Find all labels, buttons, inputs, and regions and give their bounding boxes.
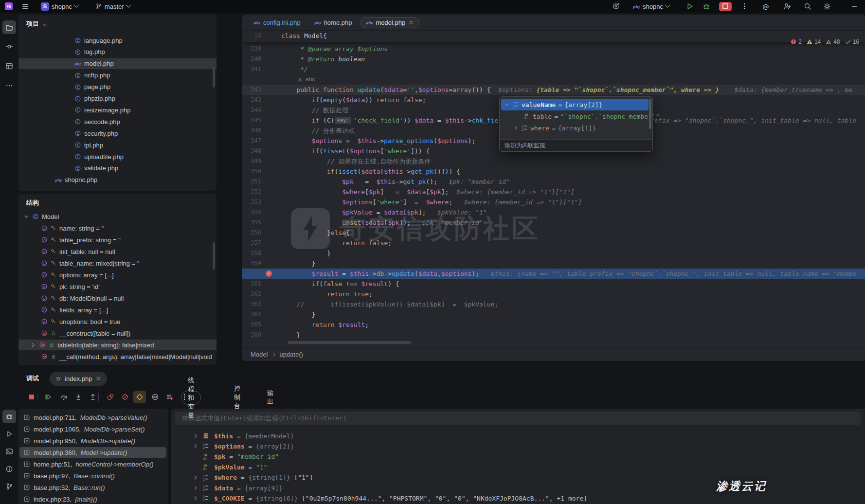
variable-row[interactable]: 1001$pk = "member_id" <box>171 452 865 462</box>
view-options-button[interactable] <box>149 391 162 403</box>
variable-row[interactable]: 12$options = {array[2]} <box>171 441 865 451</box>
project-panel-header[interactable]: 项目 <box>26 19 47 28</box>
structure-property[interactable]: pdb: ModelDb|null = null <box>18 293 216 304</box>
structure-property[interactable]: ppk: string = 'id' <box>18 281 216 292</box>
structure-class-model[interactable]: CModel <box>18 211 216 222</box>
evaluate-expression-input[interactable]: 对表达式求值(Enter)或添加监视(Ctrl+Shift+Enter) <box>175 412 861 425</box>
code-line[interactable]: 366 } <box>242 330 865 340</box>
code-with-me-button[interactable] <box>783 0 791 13</box>
editor[interactable]: phpconfig.ini.phpphphome.phpphpmodel.php… <box>242 15 865 361</box>
expand-icon[interactable] <box>193 443 198 449</box>
step-out-button[interactable] <box>87 391 99 403</box>
code-line[interactable]: 342 public function update($data='',$opt… <box>242 85 865 95</box>
code-area[interactable]: 339 * @param array $options340 * @return… <box>242 15 865 361</box>
gutter-line-number[interactable]: 343 <box>242 95 261 105</box>
code-line[interactable]: 353 $options['where'] = $where; $where: … <box>242 197 865 207</box>
popup-scrollbar[interactable] <box>649 99 651 129</box>
project-file-resizeimage[interactable]: Cresizeimage.php <box>18 105 216 115</box>
branch-widget[interactable]: master <box>95 0 130 13</box>
structure-method[interactable]: m__construct([table = null]) <box>18 328 216 339</box>
popup-variable-row[interactable]: 12valueName = {array[2]} <box>501 99 649 110</box>
add-watch-button[interactable] <box>163 391 176 403</box>
stack-frame[interactable]: index.php:23, {main}() <box>19 494 166 504</box>
structure-property[interactable]: ptable_prefix: string = '' <box>18 234 216 245</box>
code-line[interactable]: 350 if(isset($data[$this->get_pk()])) { <box>242 166 865 177</box>
code-line[interactable]: 352 $where[$pk] = $data[$pk]; $where: {m… <box>242 187 865 197</box>
project-file-model[interactable]: phpmodel.php <box>18 58 216 69</box>
gutter-line-number[interactable]: 359 <box>242 258 261 269</box>
debug-tool-button[interactable] <box>2 410 16 423</box>
popup-variable-row[interactable]: 1001table = "`shopnc`.`shopnc_member`" <box>501 110 649 122</box>
gutter-line-number[interactable]: 357 <box>242 238 261 248</box>
code-line[interactable]: 364 } <box>242 309 865 320</box>
code-line[interactable]: 357 return false; <box>242 238 865 248</box>
code-line[interactable]: 363 // if(isset($pkValue)) $data[$pk] = … <box>242 299 865 309</box>
project-file-seccode[interactable]: Cseccode.php <box>18 116 216 127</box>
code-line[interactable]: 359 } <box>242 258 865 269</box>
gutter-line-number[interactable]: 355 <box>242 217 261 228</box>
run-tool-button[interactable] <box>2 427 16 441</box>
variable-row[interactable]: 1001$pkValue = "1" <box>171 462 865 472</box>
mute-breakpoints-button[interactable] <box>119 391 131 403</box>
run-config-widget[interactable]: php shopnc <box>632 0 669 13</box>
popup-variable-row[interactable]: 12where = {array[1]} <box>501 122 649 134</box>
stack-frame[interactable]: model.php:1065, ModelDb->parseSet() <box>19 424 166 434</box>
breadcrumb-method[interactable]: update() <box>279 351 303 358</box>
code-line[interactable]: 365 return $result; <box>242 320 865 330</box>
close-icon[interactable] <box>95 376 101 381</box>
structure-property[interactable]: pfields: array = [...] <box>18 305 216 315</box>
gutter-line-number[interactable]: 346 <box>242 126 261 136</box>
code-line[interactable]: ✓ $result = $this->db->update($data,$opt… <box>242 269 865 279</box>
problems-tool-button[interactable] <box>2 462 16 476</box>
search-everywhere-button[interactable] <box>804 0 811 13</box>
step-over-button[interactable] <box>57 391 70 403</box>
gutter-line-number[interactable]: 365 <box>242 320 261 330</box>
code-line[interactable]: 351 $pk = $this->get_pk(); $pk: "member_… <box>242 177 865 187</box>
project-file-shopnc[interactable]: phpshopnc.php <box>18 175 216 185</box>
add-inline-watch-action[interactable]: 添加为内联监视 <box>500 139 652 151</box>
breadcrumb-class[interactable]: Model <box>251 351 268 358</box>
mentions-button[interactable]: @ <box>762 0 770 13</box>
gutter-line-number[interactable]: 344 <box>242 105 261 115</box>
stack-frame[interactable]: model.php:360, Model->update() <box>19 447 166 458</box>
project-widget[interactable]: S shopnc <box>41 0 78 13</box>
gutter-line-number[interactable]: 356 <box>242 228 261 238</box>
breakpoint-icon[interactable]: ✓ <box>266 270 272 277</box>
debug-button[interactable] <box>703 0 710 13</box>
gutter-line-number[interactable]: 348 <box>242 146 261 156</box>
code-line[interactable]: 339 * @param array $options <box>242 44 865 54</box>
gutter-line-number[interactable]: 362 <box>242 289 261 299</box>
gutter-line-number[interactable]: 352 <box>242 187 261 197</box>
gutter-line-number[interactable]: 341 <box>242 64 261 74</box>
expand-icon[interactable] <box>193 485 198 491</box>
run-button[interactable] <box>686 0 694 13</box>
project-file-tpl[interactable]: Ctpl.php <box>18 140 216 150</box>
settings-button[interactable] <box>823 0 831 13</box>
code-line[interactable]: 356 }else{ <box>242 228 865 238</box>
stop-button[interactable] <box>25 391 38 403</box>
commit-tool-button[interactable] <box>2 40 16 54</box>
project-file-security[interactable]: Csecurity.php <box>18 128 216 139</box>
structure-panel-header[interactable]: 结构 <box>26 198 39 207</box>
code-line[interactable]: 354 $pkValue = $data[$pk]; $pkValue: "1" <box>242 207 865 217</box>
debug-view-tab-2[interactable]: 输出 <box>261 391 280 404</box>
breadcrumb[interactable]: Model update() <box>242 347 865 361</box>
more-options-button[interactable] <box>740 0 748 13</box>
minimize-button[interactable] <box>850 0 858 13</box>
version-control-tool-button[interactable] <box>2 480 16 493</box>
horizontal-scrollbar[interactable] <box>288 341 412 344</box>
main-menu-button[interactable] <box>21 0 29 13</box>
stack-frame[interactable]: base.php:97, Base::control() <box>19 470 166 481</box>
gutter-line-number[interactable]: 340 <box>242 54 261 64</box>
structure-method[interactable]: m__call(method, args): array|false|mixed… <box>18 351 216 362</box>
variable-row[interactable]: $this = {memberModel} <box>171 431 865 441</box>
structure-property[interactable]: ptable_name: mixed|string = '' <box>18 258 216 269</box>
restart-debugger-button[interactable] <box>612 0 620 13</box>
code-line[interactable]: 362 return true; <box>242 289 865 299</box>
inspections-widget[interactable]: 2 14 48 16 <box>790 37 859 47</box>
debug-view-tab-1[interactable]: 控制台 <box>228 391 247 404</box>
project-file-page[interactable]: Cpage.php <box>18 82 216 92</box>
expand-icon[interactable] <box>193 495 198 501</box>
structure-property[interactable]: pinit_table: null = null <box>18 246 216 257</box>
project-file-log[interactable]: Clog.php <box>18 47 216 57</box>
